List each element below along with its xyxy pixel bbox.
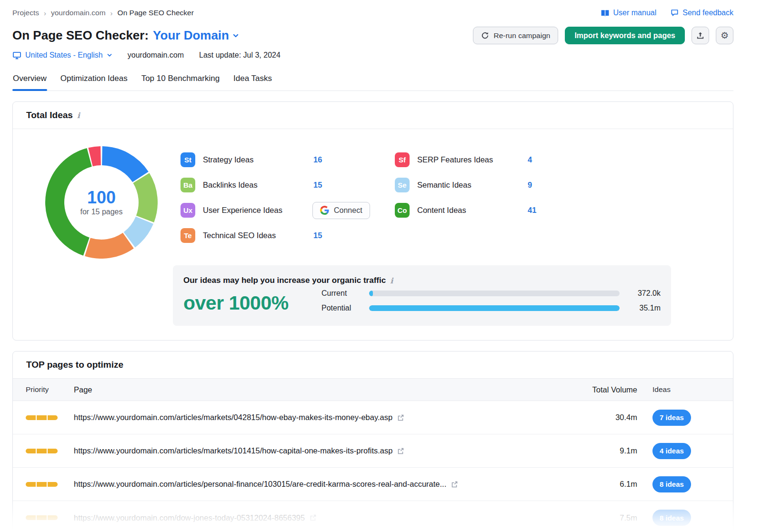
breadcrumb-item: On Page SEO Checker [118, 9, 194, 17]
card-title: TOP pages to optimize [26, 360, 123, 370]
legend-value: 9 [528, 181, 532, 190]
info-icon[interactable]: i [77, 111, 80, 120]
traffic-bar-track [369, 291, 620, 296]
locale-selector[interactable]: United States - English [12, 51, 112, 60]
donut-center: 100 for 15 pages [45, 146, 158, 259]
send-feedback-link[interactable]: Send feedback [671, 9, 733, 17]
page-url-link[interactable]: https://www.yourdomain.com/dow-jones-tod… [74, 513, 305, 522]
top-pages-card-header: TOP pages to optimize [13, 351, 733, 379]
legend-label: Backlinks Ideas [203, 181, 313, 190]
settings-button[interactable]: ⚙ [716, 27, 733, 44]
total-ideas-card: Total Ideas i Strategy Ideas: 16Backlink… [12, 101, 733, 341]
external-link-icon[interactable] [397, 447, 404, 455]
tab-top-10-benchmarking[interactable]: Top 10 Benchmarking [141, 71, 220, 90]
legend-item: Sf SERP Features Ideas4 [395, 147, 609, 172]
card-title: Total Ideas [26, 110, 73, 120]
breadcrumb-item[interactable]: Projects [12, 9, 39, 17]
external-link-icon[interactable] [309, 514, 317, 522]
tab-optimization-ideas[interactable]: Optimization Ideas [60, 71, 128, 90]
legend-label: User Experience Ideas [203, 206, 313, 215]
title-row: On Page SEO Checker: Your Domain Re-run … [12, 27, 733, 44]
page-title-text: On Page SEO Checker: [12, 28, 149, 43]
category-badge: St [180, 152, 195, 167]
legend-value: 16 [313, 155, 322, 164]
category-badge: Sf [395, 152, 410, 167]
export-button[interactable] [692, 27, 709, 44]
total-ideas-card-header: Total Ideas i [13, 102, 733, 129]
external-link-icon[interactable] [451, 481, 458, 488]
google-connect-button[interactable]: Connect [312, 202, 370, 219]
legend-item: St Strategy Ideas16 [180, 147, 395, 172]
legend-label: SERP Features Ideas [417, 155, 528, 164]
donut-total-value: 100 [87, 189, 116, 207]
monitor-icon [12, 51, 21, 60]
page-url-link[interactable]: https://www.yourdomain.com/articles/mark… [74, 413, 392, 422]
legend-item: Se Semantic Ideas9 [395, 172, 609, 198]
page: Projects›yourdomain.com›On Page SEO Chec… [0, 0, 762, 532]
priority-indicator [26, 482, 74, 487]
page-url-link[interactable]: https://www.yourdomain.com/articles/pers… [74, 480, 446, 489]
traffic-bar-row: Potential 35.1m [321, 304, 661, 312]
ideas-button[interactable]: 8 ideas [652, 476, 691, 492]
rerun-campaign-label: Re-run campaign [493, 31, 550, 40]
page-url-link[interactable]: https://www.yourdomain.com/articles/mark… [74, 446, 392, 455]
legend-item: Co Content Ideas41 [395, 198, 609, 223]
total-volume-value: 7.5m [561, 513, 637, 522]
ideas-button[interactable]: 8 ideas [652, 510, 691, 526]
info-icon[interactable]: i [390, 276, 393, 285]
category-badge: Ux [180, 203, 195, 218]
breadcrumb: Projects›yourdomain.com›On Page SEO Chec… [12, 9, 194, 17]
traffic-title: Our ideas may help you increase your org… [183, 276, 386, 285]
ideas-button[interactable]: 4 ideas [652, 443, 691, 459]
category-badge: Co [395, 203, 410, 218]
total-volume-value: 30.4m [561, 413, 637, 422]
legend-value: 4 [528, 155, 532, 164]
import-keywords-button[interactable]: Import keywords and pages [565, 27, 685, 44]
category-badge: Ba [180, 178, 195, 192]
legend-right-column: Sf SERP Features Ideas4 Se Semantic Idea… [395, 147, 609, 259]
total-volume-value: 9.1m [561, 446, 637, 455]
traffic-bar-track [369, 305, 620, 311]
legend-label: Content Ideas [417, 206, 528, 215]
refresh-icon [481, 31, 489, 40]
column-header-total-volume: Total Volume [561, 385, 637, 394]
traffic-bars: Current 372.0k Potential 35.1m [321, 289, 661, 314]
table-row: https://www.yourdomain.com/articles/mark… [13, 401, 733, 434]
chevron-down-icon [232, 32, 239, 39]
domain-selector[interactable]: Your Domain [153, 28, 239, 43]
legend-item: Ba Backlinks Ideas15 [180, 172, 395, 198]
traffic-bar-label: Potential [321, 304, 369, 312]
chat-icon [671, 9, 679, 17]
tab-overview[interactable]: Overview [12, 71, 47, 90]
legend-label: Semantic Ideas [417, 181, 528, 190]
user-manual-link[interactable]: User manual [601, 9, 657, 17]
connect-label: Connect [334, 206, 362, 215]
tab-bar: OverviewOptimization IdeasTop 10 Benchma… [12, 71, 733, 91]
legend-label: Technical SEO Ideas [203, 231, 313, 240]
traffic-bar-value: 372.0k [620, 289, 661, 298]
chevron-down-icon [107, 52, 112, 58]
legend-value: 41 [528, 206, 536, 215]
breadcrumb-separator-icon: › [110, 9, 113, 17]
meta-row: United States - English yourdomain.com L… [12, 51, 733, 60]
campaign-domain: yourdomain.com [128, 51, 184, 60]
top-pages-card: TOP pages to optimize Priority Page Tota… [12, 351, 733, 532]
legend-label: Strategy Ideas [203, 155, 313, 164]
traffic-bar-fill [369, 291, 373, 296]
table-row: https://www.yourdomain.com/articles/mark… [13, 434, 733, 468]
domain-selector-label: Your Domain [153, 28, 229, 43]
external-link-icon[interactable] [397, 414, 404, 422]
table-header-row: Priority Page Total Volume Ideas [13, 379, 733, 401]
traffic-increase-panel: Our ideas may help you increase your org… [173, 265, 671, 326]
last-update: Last update: Jul 3, 2024 [199, 51, 281, 60]
total-ideas-body: Strategy Ideas: 16Backlinks Ideas: 15Sem… [13, 129, 733, 259]
table-row: https://www.yourdomain.com/articles/pers… [13, 468, 733, 501]
category-badge: Te [180, 228, 195, 243]
ideas-button[interactable]: 7 ideas [652, 410, 691, 426]
total-volume-value: 6.1m [561, 480, 637, 489]
breadcrumb-item[interactable]: yourdomain.com [51, 9, 106, 17]
legend-left-column: St Strategy Ideas16 Ba Backlinks Ideas15… [180, 147, 395, 259]
tab-idea-tasks[interactable]: Idea Tasks [233, 71, 272, 90]
priority-indicator [26, 449, 74, 453]
rerun-campaign-button[interactable]: Re-run campaign [473, 27, 558, 44]
